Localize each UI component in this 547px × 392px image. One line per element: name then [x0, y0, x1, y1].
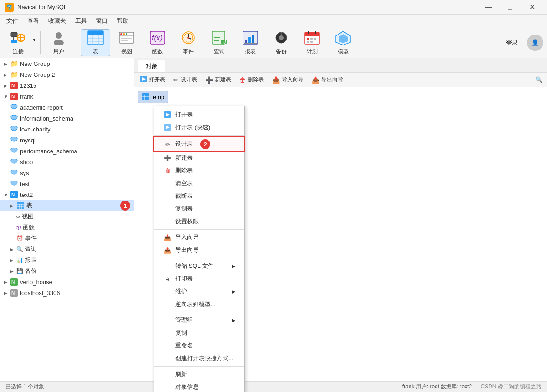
design-table-icon: ✏ — [173, 76, 179, 84]
ctx-open-table-fast[interactable]: 打开表 (快速) — [154, 121, 244, 134]
sidebar: ▶ 📁 New Group ▶ 📁 New Group 2 ▶ N 12315 … — [0, 58, 134, 381]
sidebar-conn-localhost[interactable]: ▶ N localhost_3306 — [0, 287, 134, 298]
menu-tools[interactable]: 工具 — [71, 15, 91, 27]
ctx-reverse[interactable]: 逆向表到模型... — [154, 298, 244, 311]
obj-import-btn[interactable]: 📥 导入向导 — [268, 74, 307, 86]
ctx-copy-label: 复制表 — [175, 205, 193, 213]
menu-favorites[interactable]: 收藏夹 — [44, 15, 71, 27]
sidebar-schema-love[interactable]: love-charity — [0, 124, 134, 135]
toolbar-backup[interactable]: 备份 — [267, 29, 296, 56]
schema-icon — [10, 114, 18, 122]
ctx-copy-table[interactable]: 复制表 — [154, 202, 244, 215]
toolbar-report[interactable]: 报表 — [236, 29, 265, 56]
ctx-delete-table[interactable]: 🗑 删除表 — [154, 164, 244, 177]
obj-open-btn[interactable]: 打开表 — [136, 74, 169, 86]
sidebar-schema-academic[interactable]: academic-report — [0, 102, 134, 113]
folder-icon: 📁 — [10, 70, 18, 79]
dump-icon — [163, 262, 172, 270]
sidebar-item-label: mysql — [20, 137, 134, 144]
obj-export-btn[interactable]: 📤 导出向导 — [308, 74, 347, 86]
table-row[interactable]: emp — [138, 91, 168, 103]
sidebar-schema-test[interactable]: test — [0, 178, 134, 189]
sidebar-item-label: shop — [20, 159, 134, 166]
statusbar-left: 已选择 1 个对象 — [5, 383, 44, 391]
toolbar-event[interactable]: 事件 — [174, 29, 203, 56]
ctx-permissions[interactable]: 设置权限 — [154, 215, 244, 228]
toolbar-table[interactable]: 表 — [81, 29, 110, 56]
sidebar-node-backup[interactable]: ▶ 💾 备份 — [0, 266, 134, 276]
toolbar-user[interactable]: 用户 — [44, 29, 73, 56]
ctx-rename[interactable]: 重命名 — [154, 339, 244, 352]
login-button[interactable]: 登录 — [499, 37, 525, 49]
sidebar-item-new-group-2[interactable]: ▶ 📁 New Group 2 — [0, 69, 134, 80]
copy-icon — [163, 205, 172, 213]
sidebar-schema-info[interactable]: information_schema — [0, 113, 134, 124]
ctx-open-table[interactable]: 打开表 — [154, 108, 244, 121]
folder-icon: 📁 — [10, 60, 18, 68]
import-ctx-icon: 📥 — [163, 233, 172, 241]
ctx-new-table[interactable]: ➕ 新建表 — [154, 151, 244, 164]
sidebar-node-events[interactable]: ⏰ 事件 — [0, 233, 134, 244]
sidebar-item-12315[interactable]: ▶ N 12315 — [0, 80, 134, 91]
sidebar-schema-mysql[interactable]: mysql — [0, 135, 134, 146]
sidebar-schema-sys[interactable]: sys — [0, 167, 134, 178]
menu-file[interactable]: 文件 — [2, 15, 23, 27]
ctx-dump-sql[interactable]: 转储 SQL 文件 ▶ — [154, 260, 244, 272]
minimize-button[interactable]: — — [478, 0, 499, 15]
ctx-print[interactable]: 🖨 打印表 — [154, 272, 244, 285]
submenu-arrow-icon: ▶ — [232, 317, 235, 323]
ctx-truncate-table[interactable]: 截断表 — [154, 190, 244, 202]
toolbar-view[interactable]: 视图 — [112, 29, 141, 56]
ctx-truncate-label: 截断表 — [175, 192, 193, 200]
user-avatar[interactable]: 👤 — [527, 35, 543, 51]
close-button[interactable]: ✕ — [522, 0, 542, 15]
ctx-manage-group[interactable]: 管理组 ▶ — [154, 314, 244, 327]
ctx-copy[interactable]: 复制 — [154, 327, 244, 339]
arrow-expand-icon: ▼ — [4, 94, 10, 99]
ctx-create-shortcut[interactable]: 创建打开表快捷方式... — [154, 352, 244, 365]
sidebar-node-queries[interactable]: ▶ 🔍 查询 — [0, 244, 134, 255]
ctx-design-table[interactable]: ✏ 设计表 2 — [154, 137, 244, 151]
obj-delete-btn[interactable]: 🗑 删除表 — [236, 74, 268, 86]
sidebar-node-funcs[interactable]: f() 函数 — [0, 222, 134, 233]
toolbar-connection-arrow[interactable]: ▼ — [32, 38, 36, 42]
sidebar-item-frank[interactable]: ▼ N frank — [0, 91, 134, 102]
toolbar-query[interactable]: Q 查询 — [205, 29, 234, 56]
shortcut-icon — [163, 354, 172, 362]
svg-rect-0 — [11, 32, 17, 37]
sidebar-node-views[interactable]: ∞ 视图 — [0, 211, 134, 222]
sidebar-node-tables[interactable]: ▶ 表 1 — [0, 200, 134, 211]
menu-window[interactable]: 窗口 — [91, 15, 112, 27]
schema-icon — [10, 180, 18, 188]
sidebar-schema-perf[interactable]: performance_schema — [0, 146, 134, 156]
sidebar-item-text2[interactable]: ▼ N text2 — [0, 189, 134, 200]
sidebar-item-label: love-charity — [20, 126, 134, 133]
obj-design-btn[interactable]: ✏ 设计表 — [170, 74, 201, 86]
toolbar-schedule[interactable]: 计划 — [298, 29, 327, 56]
toolbar-model[interactable]: 模型 — [329, 29, 358, 56]
ctx-obj-info[interactable]: 对象信息 — [154, 381, 244, 392]
ctx-import[interactable]: 📥 导入向导 — [154, 231, 244, 244]
menu-help[interactable]: 帮助 — [112, 15, 133, 27]
search-button[interactable]: 🔍 — [532, 74, 545, 86]
sidebar-item-label: 12315 — [20, 82, 134, 89]
sidebar-item-label: performance_schema — [20, 148, 134, 155]
maximize-button[interactable]: □ — [500, 0, 521, 15]
copy2-icon — [163, 329, 172, 337]
model-label: 模型 — [338, 48, 349, 55]
sidebar-conn-verio[interactable]: ▶ N verio_house — [0, 276, 134, 287]
ctx-maintenance[interactable]: 维护 ▶ — [154, 285, 244, 298]
tab-objects[interactable]: 对象 — [138, 60, 165, 72]
ctx-refresh[interactable]: 刷新 — [154, 368, 244, 381]
toolbar-connection[interactable]: 连接 ▼ — [4, 29, 36, 56]
titlebar: 🐬 Navicat for MySQL — □ ✕ — [0, 0, 547, 15]
menu-view[interactable]: 查看 — [23, 15, 44, 27]
ctx-export[interactable]: 📤 导出向导 — [154, 244, 244, 256]
sidebar-schema-shop[interactable]: shop — [0, 156, 134, 167]
window-controls: — □ ✕ — [478, 0, 542, 15]
obj-new-btn[interactable]: ➕ 新建表 — [202, 74, 235, 86]
sidebar-node-reports[interactable]: ▶ 📊 报表 — [0, 255, 134, 266]
sidebar-item-new-group[interactable]: ▶ 📁 New Group — [0, 58, 134, 69]
ctx-empty-table[interactable]: 清空表 — [154, 177, 244, 190]
toolbar-function[interactable]: f(x) 函数 — [143, 29, 172, 56]
